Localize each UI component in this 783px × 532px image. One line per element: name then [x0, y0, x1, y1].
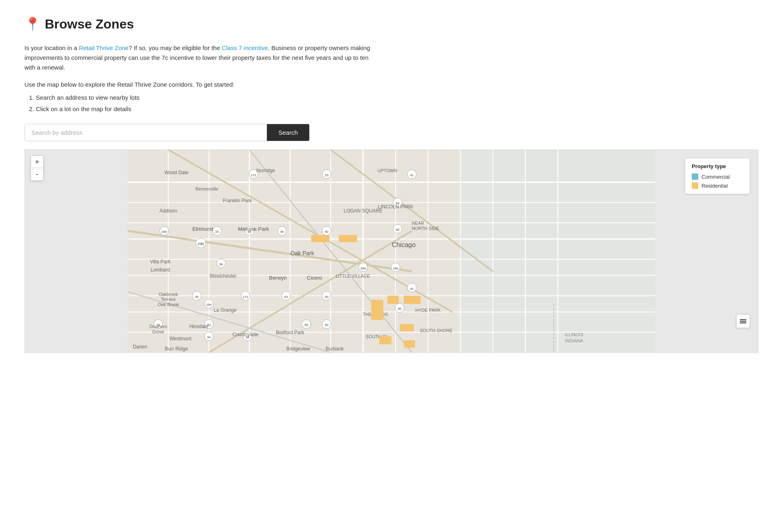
svg-text:Oak Brook: Oak Brook: [158, 302, 179, 307]
zoom-in-button[interactable]: +: [31, 156, 43, 168]
svg-text:45: 45: [280, 230, 284, 234]
svg-text:Oak Park: Oak Park: [290, 250, 314, 256]
svg-text:Chicago: Chicago: [392, 241, 416, 248]
svg-text:20: 20: [215, 230, 219, 234]
instructions-block: Use the map below to explore the Retail …: [24, 80, 759, 114]
svg-text:Norridge: Norridge: [256, 168, 275, 173]
svg-text:50: 50: [325, 230, 328, 234]
page-title: 📍 Browse Zones: [24, 16, 759, 32]
svg-text:45: 45: [195, 295, 198, 299]
svg-text:Grove: Grove: [152, 329, 164, 334]
svg-text:55: 55: [304, 323, 308, 327]
svg-text:290: 290: [361, 267, 366, 270]
svg-rect-129: [400, 324, 414, 331]
instructions-list: Search an address to view nearby lots Cl…: [36, 93, 759, 114]
svg-text:294: 294: [198, 242, 204, 246]
commercial-label: Commercial: [702, 174, 730, 180]
legend-title: Property type: [692, 163, 743, 169]
svg-rect-128: [379, 336, 392, 344]
svg-text:LOGAN SQUARE: LOGAN SQUARE: [344, 208, 383, 214]
svg-text:Franklin Park: Franklin Park: [223, 198, 251, 204]
svg-rect-125: [371, 300, 383, 320]
svg-text:294: 294: [206, 303, 212, 307]
svg-text:Westchester: Westchester: [210, 273, 237, 279]
svg-text:LINCOLN PARK: LINCOLN PARK: [378, 204, 413, 210]
svg-text:34: 34: [207, 335, 211, 339]
svg-text:LITTLE VILLAGE: LITTLE VILLAGE: [336, 274, 370, 278]
svg-text:Bensenville: Bensenville: [196, 186, 218, 191]
svg-text:La Grange: La Grange: [213, 307, 237, 313]
svg-text:Elmhurst: Elmhurst: [192, 226, 213, 232]
svg-text:Darien: Darien: [133, 344, 147, 350]
svg-rect-127: [404, 296, 421, 304]
svg-text:Terrace: Terrace: [161, 297, 176, 302]
svg-text:HYDE PARK: HYDE PARK: [415, 308, 441, 313]
svg-text:UPTOWN: UPTOWN: [378, 168, 397, 173]
svg-rect-124: [339, 235, 357, 242]
search-button[interactable]: Search: [267, 124, 309, 141]
legend: Property type Commercial Residential: [685, 158, 750, 194]
class7-incentive-link[interactable]: Class 7 incentive: [222, 44, 268, 51]
instruction-step-1: Search an address to view nearby lots: [36, 93, 759, 103]
commercial-swatch: [692, 173, 698, 180]
svg-text:50: 50: [325, 323, 328, 327]
svg-text:290: 290: [393, 267, 398, 270]
svg-text:171: 171: [243, 295, 249, 299]
instruction-step-2: Click on a lot on the map for details: [36, 104, 759, 114]
svg-text:Downers: Downers: [150, 324, 167, 329]
svg-text:Westmont: Westmont: [169, 336, 191, 342]
search-bar: Search: [24, 124, 310, 141]
svg-text:56: 56: [219, 263, 223, 266]
svg-text:Hinsdale: Hinsdale: [189, 324, 209, 329]
svg-text:171: 171: [251, 173, 257, 177]
retail-thrive-zone-link[interactable]: Retail Thrive Zone: [79, 44, 128, 51]
residential-swatch: [692, 182, 698, 189]
svg-rect-123: [311, 235, 330, 242]
search-input[interactable]: [25, 124, 267, 141]
svg-text:SOUTH SHORE: SOUTH SHORE: [420, 328, 452, 333]
svg-text:50: 50: [325, 295, 328, 299]
svg-text:43: 43: [284, 295, 288, 299]
svg-rect-132: [740, 319, 746, 320]
map-container[interactable]: 294 290 171 19 50 45 64 20 56 45 171 43: [24, 149, 759, 353]
location-icon: 📍: [24, 16, 41, 32]
svg-text:Villa Park: Villa Park: [150, 259, 170, 265]
description-text: Is your location in a Retail Thrive Zone…: [24, 43, 375, 72]
svg-text:Oakbrook: Oakbrook: [158, 292, 178, 297]
svg-text:90: 90: [398, 307, 401, 311]
svg-text:INDIANA: INDIANA: [565, 338, 583, 343]
svg-text:19: 19: [325, 173, 328, 177]
zoom-controls: + -: [31, 155, 44, 181]
svg-text:41: 41: [410, 287, 413, 291]
svg-rect-133: [740, 321, 746, 322]
instructions-intro: Use the map below to explore the Retail …: [24, 80, 759, 90]
svg-text:NORTH SIDE: NORTH SIDE: [412, 226, 439, 231]
svg-text:Wood Dale: Wood Dale: [165, 170, 189, 175]
zoom-out-button[interactable]: -: [31, 168, 43, 180]
svg-text:Addison: Addison: [160, 208, 177, 214]
legend-item-residential: Residential: [692, 182, 743, 189]
svg-text:90: 90: [396, 228, 400, 232]
svg-text:Bridgeview: Bridgeview: [286, 346, 310, 352]
svg-rect-130: [404, 340, 415, 348]
residential-label: Residential: [702, 183, 728, 189]
svg-text:Berwyn: Berwyn: [269, 275, 287, 281]
svg-text:Melrose Park: Melrose Park: [238, 226, 269, 232]
svg-text:Lombard: Lombard: [151, 267, 170, 273]
svg-text:290: 290: [162, 230, 167, 234]
layers-button[interactable]: [736, 314, 750, 328]
layers-icon: [739, 317, 747, 325]
svg-text:Countryside: Countryside: [233, 332, 259, 337]
svg-text:ILLINOIS: ILLINOIS: [565, 332, 583, 337]
svg-text:Burbank: Burbank: [326, 346, 343, 352]
svg-text:Cicero: Cicero: [307, 275, 322, 281]
svg-rect-134: [740, 322, 746, 324]
svg-text:NEAR: NEAR: [412, 221, 424, 225]
svg-rect-126: [387, 296, 399, 304]
svg-text:Burr Ridge: Burr Ridge: [165, 346, 188, 352]
svg-text:Bedford Park: Bedford Park: [276, 330, 304, 335]
map-svg: 294 290 171 19 50 45 64 20 56 45 171 43: [25, 150, 758, 352]
svg-text:41: 41: [410, 173, 413, 177]
legend-item-commercial: Commercial: [692, 173, 743, 180]
